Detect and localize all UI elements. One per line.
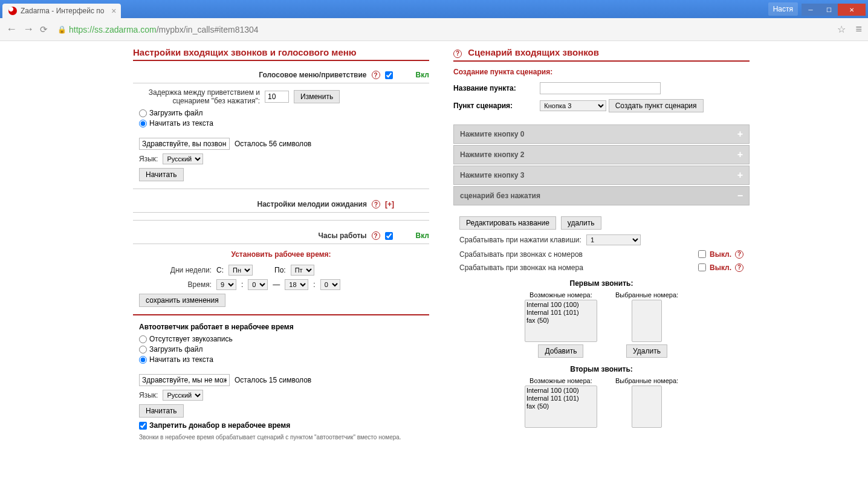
forbid-dial-checkbox[interactable] [139,422,147,430]
edit-name-button[interactable]: Редактировать название [459,216,556,230]
time-label: Время: [139,280,212,289]
voice-menu-header: Голосовое меню/приветствие ? Вкл [133,67,429,83]
help-icon[interactable]: ? [372,231,380,240]
create-point-button[interactable]: Создать пункт сценария [609,99,704,112]
browser-menu-icon[interactable]: ≡ [855,23,862,36]
voice-menu-status: Вкл [416,71,429,79]
scenario-point-select[interactable]: Кнопка 3 [540,100,606,111]
expand-icon[interactable]: [+] [385,200,394,208]
add-button-1[interactable]: Добавить [538,344,583,358]
browser-tab[interactable]: Zadarma - Интерфейс по × [2,4,121,18]
accordion-btn2[interactable]: Нажмите кнопку 2+ [453,145,750,164]
save-hours-button[interactable]: сохранить изменения [139,294,225,307]
answering-note: Звонки в нерабочее время обрабатывает сц… [133,433,429,442]
answering-title: Автоответчик работает в нерабочее время [139,323,429,331]
greeting-text-input[interactable] [139,138,230,150]
hour-to-select[interactable]: 18 [285,279,308,290]
left-column: Настройки входящих звонков и голосового … [133,47,429,470]
trigger-to-checkbox[interactable] [698,263,706,271]
day-from-select[interactable]: Пн [228,265,253,276]
delay-row: Задержка между приветствием и сценарием … [133,88,429,105]
delay-label: Задержка между приветствием и сценарием … [139,88,260,105]
browser-tab-bar: Zadarma - Интерфейс по × Настя ─ ☐ ✕ [0,0,868,18]
possible-numbers-2[interactable]: Internal 100 (100) Internal 101 (101) fa… [525,386,597,428]
help-icon[interactable]: ? [735,263,743,272]
nav-back-icon[interactable]: ← [6,23,17,36]
upload-file-radio[interactable] [139,109,147,117]
right-title: ? Сценарий входящих звонков [453,47,750,62]
plus-icon: + [737,149,743,160]
call-second-title: Вторым звонить: [459,365,743,373]
ans-text-radio[interactable] [139,356,147,364]
window-maximize-button[interactable]: ☐ [820,4,838,16]
url-text: https://ss.zadarma.com/mypbx/in_calls#it… [69,25,259,34]
ans-text-label: Начитать из текста [149,355,213,364]
trigger-key-label: Срабатывать при нажатии клавиши: [459,236,581,244]
lang-label: Язык: [139,155,158,163]
delay-input[interactable] [265,91,289,103]
favicon-icon [8,7,17,15]
selected-numbers-2[interactable] [632,386,662,428]
tab-close-icon[interactable]: × [111,6,116,16]
trigger-from-checkbox[interactable] [698,250,706,258]
from-text-label: Начитать из текста [149,119,213,128]
from-text-radio[interactable] [139,120,147,128]
from-day-label: С: [216,266,224,274]
ans-greeting-input[interactable] [139,374,230,386]
minus-icon: − [737,190,743,201]
help-icon[interactable]: ? [453,50,462,58]
help-icon[interactable]: ? [372,200,380,208]
help-icon[interactable]: ? [735,250,743,259]
selected-numbers-1[interactable] [632,300,662,342]
possible-numbers-1[interactable]: Internal 100 (100) Internal 101 (101) fa… [525,300,597,342]
day-to-select[interactable]: Пт [291,265,314,276]
ans-upload-label: Загрузить файл [149,345,202,353]
days-label: Дни недели: [139,266,212,274]
remove-button-1[interactable]: Удалить [626,344,667,358]
voice-menu-toggle[interactable] [385,71,393,79]
browser-user-badge[interactable]: Настя [768,2,798,16]
accordion-no-press[interactable]: сценарий без нажатия− [453,186,750,205]
window-close-button[interactable]: ✕ [838,4,866,16]
trigger-key-select[interactable]: 1 [586,234,641,245]
work-hours-label: Часы работы [319,231,367,240]
delete-button[interactable]: удалить [561,216,601,230]
set-work-time-title: Установить рабочее время: [133,250,429,259]
forbid-dial-label: Запретить донабор в нерабочее время [149,421,290,430]
speak-button[interactable]: Начитать [139,168,184,181]
right-column: ? Сценарий входящих звонков Создание пун… [453,47,750,470]
window-controls: ─ ☐ ✕ [802,4,866,16]
to-day-label: По: [274,266,286,274]
ans-lang-select[interactable]: Русский [163,390,203,401]
accordion-btn3[interactable]: Нажмите кнопку 3+ [453,166,750,185]
work-hours-toggle[interactable] [385,232,393,240]
left-title: Настройки входящих звонков и голосового … [133,47,429,61]
accordion-btn0[interactable]: Нажмите кнопку 0+ [453,124,750,144]
ans-speak-button[interactable]: Начитать [139,404,184,418]
help-icon[interactable]: ? [372,71,380,79]
point-name-input[interactable] [540,82,661,94]
url-bar[interactable]: 🔒 https://ss.zadarma.com/mypbx/in_calls#… [54,22,849,37]
window-minimize-button[interactable]: ─ [802,4,820,16]
voice-menu-label: Голосовое меню/приветствие [259,71,366,79]
possible-label-2: Возможные номера: [525,377,597,384]
ans-chars-left: Осталось 15 символов [235,376,311,384]
nav-forward-icon[interactable]: → [23,23,34,36]
hold-music-header: Настройки мелодии ожидания ? [+] [133,196,429,213]
lock-icon: 🔒 [57,25,66,34]
hour-from-select[interactable]: 9 [216,279,236,290]
ans-lang-label: Язык: [139,391,158,399]
min-to-select[interactable]: 0 [320,279,340,290]
bookmark-star-icon[interactable]: ☆ [837,24,846,35]
upload-file-label: Загрузить файл [149,109,202,117]
hold-music-label: Настройки мелодии ожидания [257,200,367,208]
possible-label-1: Возможные номера: [525,291,597,299]
min-from-select[interactable]: 0 [248,279,268,290]
tab-title: Zadarma - Интерфейс по [21,7,104,15]
work-hours-header: Часы работы ? Вкл [133,228,429,244]
ans-upload-radio[interactable] [139,346,147,353]
lang-select[interactable]: Русский [163,153,203,164]
delay-change-button[interactable]: Изменить [294,90,340,103]
reload-icon[interactable]: ⟳ [40,24,48,35]
no-record-radio[interactable] [139,335,147,343]
